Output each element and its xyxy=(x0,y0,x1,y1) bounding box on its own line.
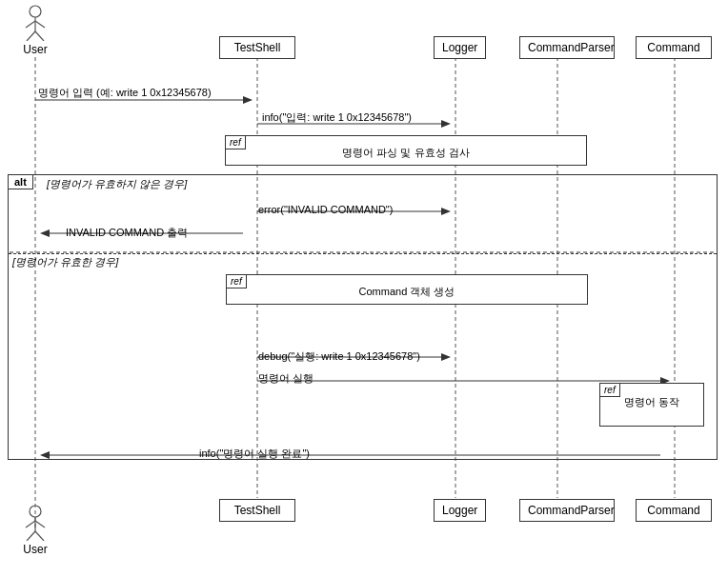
actor-user-top-label: User xyxy=(10,43,61,56)
lifeline-logger-top: Logger xyxy=(434,36,486,59)
msg10-label: info("명령어 실행 완료") xyxy=(199,447,310,461)
ref-tab-1: ref xyxy=(225,135,246,149)
msg8-label: 명령어 실행 xyxy=(258,371,313,386)
svg-point-26 xyxy=(30,506,41,517)
ref-tab-3: ref xyxy=(599,383,620,397)
lifeline-logger-bottom: Logger xyxy=(434,499,486,522)
ref-box-3: ref 명령어 동작 xyxy=(599,383,704,427)
sequence-diagram: User TestShell Logger CommandParser Comm… xyxy=(0,0,728,577)
svg-line-22 xyxy=(26,21,35,28)
svg-line-31 xyxy=(35,531,44,541)
svg-line-25 xyxy=(35,31,44,41)
svg-point-20 xyxy=(30,6,41,17)
actor-user-bottom: User xyxy=(10,505,61,556)
lifeline-commandparser-bottom: CommandParser xyxy=(519,499,615,522)
alt-label: alt xyxy=(8,174,33,189)
svg-line-29 xyxy=(35,521,45,527)
svg-line-28 xyxy=(26,521,35,527)
svg-line-30 xyxy=(27,531,35,541)
svg-line-23 xyxy=(35,21,45,28)
alt-cond2: [명령어가 유효한 경우] xyxy=(12,255,118,269)
msg2-label: info("입력: write 1 0x12345678") xyxy=(262,110,412,125)
lifeline-testshell-top: TestShell xyxy=(219,36,295,59)
actor-user-bottom-label: User xyxy=(10,543,61,556)
actor-user-top: User xyxy=(10,5,61,56)
lifeline-command-top: Command xyxy=(636,36,712,59)
svg-marker-8 xyxy=(441,120,451,128)
alt-cond1: [명령어가 유효하지 않은 경우] xyxy=(47,177,187,191)
alt-frame: alt [명령어가 유효하지 않은 경우] error("INVALID COM… xyxy=(8,174,718,460)
lifeline-command-bottom: Command xyxy=(636,499,712,522)
lifeline-testshell-bottom: TestShell xyxy=(219,499,295,522)
msg5-label: INVALID COMMAND 출력 xyxy=(66,226,188,240)
ref-tab-2: ref xyxy=(226,274,247,288)
msg7-label: debug("실행: write 1 0x12345678") xyxy=(258,349,420,364)
ref-box-1: ref 명령어 파싱 및 유효성 검사 xyxy=(225,135,587,166)
svg-line-24 xyxy=(27,31,35,41)
lifeline-commandparser-top: CommandParser xyxy=(519,36,615,59)
ref-content-2: Command 객체 생성 xyxy=(227,283,587,301)
msg4-label: error("INVALID COMMAND") xyxy=(258,204,393,215)
ref-content-1: 명령어 파싱 및 유효성 검사 xyxy=(226,144,586,162)
msg1-label: 명령어 입력 (예: write 1 0x12345678) xyxy=(38,86,212,100)
ref-box-2: ref Command 객체 생성 xyxy=(226,274,588,305)
svg-marker-6 xyxy=(243,96,253,104)
